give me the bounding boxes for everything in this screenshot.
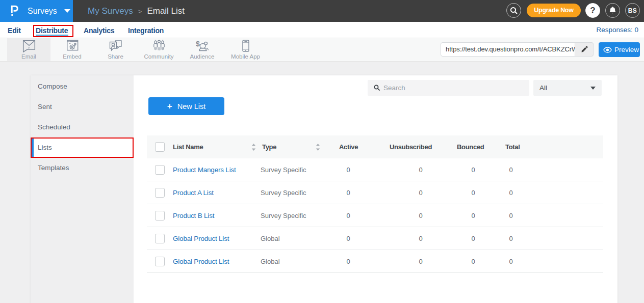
svg-text:$: $ (196, 40, 200, 48)
